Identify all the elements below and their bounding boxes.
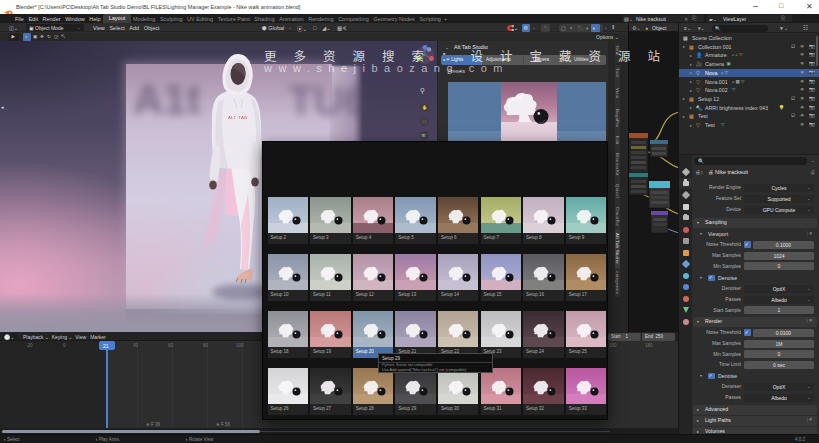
svg-text:ALT·TAB: ALT·TAB xyxy=(228,115,247,120)
